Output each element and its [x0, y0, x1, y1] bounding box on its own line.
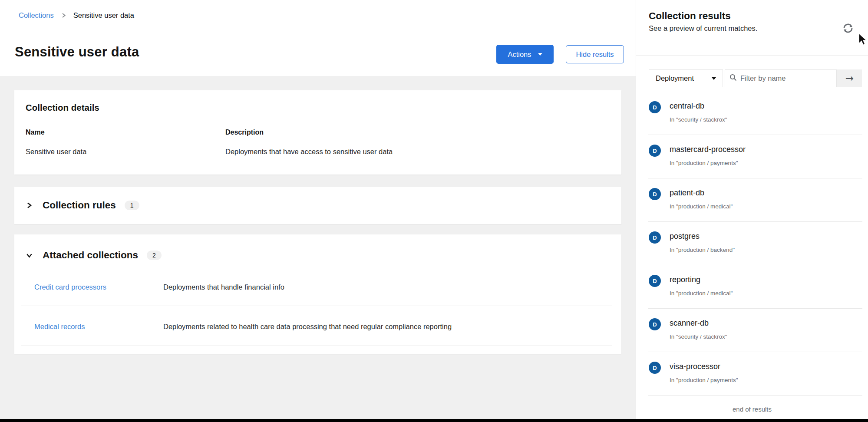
result-name: visa-processor — [670, 362, 720, 371]
result-divider — [648, 221, 862, 222]
result-location: In "production / payments" — [670, 377, 738, 383]
search-icon — [729, 74, 737, 83]
deployment-icon: D — [649, 275, 661, 287]
bottom-screen-edge — [0, 419, 868, 422]
app-window: Collections Sensitive user data Sensitiv… — [0, 0, 868, 422]
result-location: In "security / stackrox" — [670, 333, 727, 340]
breadcrumb-separator-chevron-icon — [61, 12, 66, 19]
deployment-icon: D — [649, 231, 661, 244]
hide-results-button[interactable]: Hide results — [566, 45, 624, 63]
result-item: D visa-processor In "production / paymen… — [636, 356, 868, 399]
collection-rules-count-badge: 1 — [125, 201, 139, 210]
attached-collections-title: Attached collections — [43, 250, 138, 261]
collection-details-title: Collection details — [26, 102, 99, 113]
collection-details-card: Collection details Name Description Sens… — [14, 90, 621, 175]
filter-input-group — [725, 69, 837, 87]
description-value: Deployments that have access to sensitiv… — [225, 148, 393, 156]
collection-rules-title: Collection rules — [43, 200, 116, 211]
description-label: Description — [225, 129, 264, 136]
row-divider — [21, 346, 612, 346]
page-header: Sensitive user data Actions Hide results — [0, 32, 636, 76]
result-name: mastercard-processor — [670, 145, 746, 154]
result-location: In "security / stackrox" — [670, 116, 727, 123]
result-name: reporting — [670, 275, 700, 284]
attached-collection-description: Deployments that handle financial info — [163, 283, 284, 291]
actions-button[interactable]: Actions — [496, 45, 554, 64]
attached-collection-link[interactable]: Credit card processors — [34, 283, 106, 291]
caret-down-icon — [712, 77, 716, 80]
result-name: patient-db — [670, 188, 704, 198]
result-item: D central-db In "security / stackrox" — [636, 96, 868, 139]
result-name: central-db — [670, 102, 704, 111]
result-item: D postgres In "production / backend" — [636, 226, 868, 269]
breadcrumb-current: Sensitive user data — [73, 11, 134, 20]
attached-collections-card: Attached collections 2 Credit card proce… — [14, 234, 621, 354]
entity-type-value: Deployment — [656, 74, 694, 82]
collection-rules-card: Collection rules 1 — [14, 187, 621, 224]
collection-results-panel: Collection results See a preview of curr… — [636, 0, 868, 422]
attached-collection-description: Deployments related to health care data … — [163, 323, 452, 331]
collection-results-title: Collection results — [649, 10, 731, 22]
result-divider — [648, 308, 862, 309]
page-title: Sensitive user data — [15, 44, 139, 60]
result-divider — [648, 395, 862, 396]
result-name: postgres — [670, 232, 700, 241]
result-location: In "production / payments" — [670, 160, 738, 166]
name-label: Name — [26, 129, 45, 136]
row-divider — [21, 306, 612, 306]
hide-results-label: Hide results — [576, 50, 614, 59]
result-item: D mastercard-processor In "production / … — [636, 139, 868, 182]
filter-by-name-input[interactable] — [740, 74, 832, 82]
sidebar-header-divider — [636, 55, 868, 56]
deployment-icon: D — [649, 101, 661, 113]
result-item: D scanner-db In "security / stackrox" — [636, 313, 868, 356]
apply-filter-button[interactable]: → — [837, 69, 862, 87]
name-value: Sensitive user data — [26, 148, 86, 156]
collection-rules-toggle[interactable]: Collection rules 1 — [26, 187, 139, 224]
caret-down-icon — [538, 53, 542, 56]
refresh-button[interactable] — [841, 22, 855, 36]
end-of-results-text: end of results — [636, 406, 868, 413]
deployment-icon: D — [649, 188, 661, 200]
results-toolbar: Deployment → — [649, 69, 862, 87]
attached-collections-toggle[interactable]: Attached collections 2 — [26, 239, 162, 272]
deployment-icon: D — [649, 318, 661, 330]
actions-button-label: Actions — [508, 50, 531, 59]
attached-collections-count-badge: 2 — [147, 251, 162, 260]
result-divider — [648, 352, 862, 352]
breadcrumb-link-collections[interactable]: Collections — [19, 11, 54, 20]
result-location: In "production / backend" — [670, 247, 735, 253]
page-content: Collection details Name Description Sens… — [0, 76, 636, 422]
chevron-right-icon — [26, 201, 33, 209]
deployment-icon: D — [649, 145, 661, 157]
result-location: In "production / medical" — [670, 290, 733, 297]
main-panel: Collections Sensitive user data Sensitiv… — [0, 0, 636, 422]
result-divider — [648, 178, 862, 178]
refresh-icon — [842, 23, 854, 35]
attached-collection-link[interactable]: Medical records — [34, 323, 85, 331]
entity-type-select[interactable]: Deployment — [649, 69, 723, 87]
result-item: D patient-db In "production / medical" — [636, 182, 868, 226]
deployment-icon: D — [649, 362, 661, 374]
result-item: D reporting In "production / medical" — [636, 269, 868, 313]
arrow-right-icon: → — [845, 73, 854, 83]
chevron-down-icon — [26, 252, 33, 259]
result-divider — [648, 265, 862, 265]
result-divider — [648, 135, 862, 135]
result-location: In "production / medical" — [670, 203, 733, 210]
breadcrumb: Collections Sensitive user data — [0, 0, 636, 31]
result-name: scanner-db — [670, 319, 709, 328]
collection-results-subtitle: See a preview of current matches. — [649, 24, 757, 33]
